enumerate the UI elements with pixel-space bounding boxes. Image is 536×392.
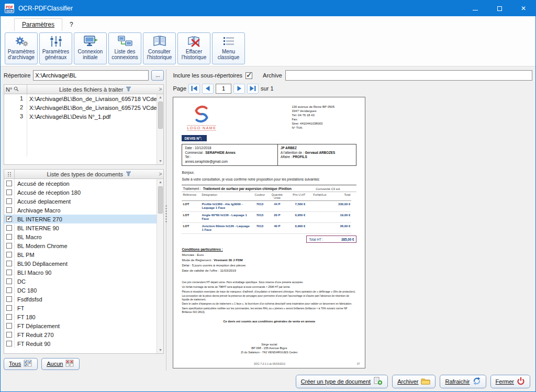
filter-icon[interactable] [126,86,131,93]
type-checkbox[interactable] [6,189,12,195]
classic-menu-button[interactable]: Menu classique [212,32,245,64]
close-icon: ✕ [521,5,526,12]
tab-parametres[interactable]: Paramètres [14,18,62,31]
file-row[interactable]: 2 X:\Archivage\BL\Bon_de_Livraison_69572… [4,103,157,112]
general-settings-button[interactable]: Paramètres généraux [39,32,72,64]
drag-grip-icon[interactable] [7,172,12,177]
type-checkbox[interactable] [6,341,12,346]
type-row[interactable]: FT [4,304,157,312]
expand-icon[interactable]: > [159,171,162,177]
first-page-button[interactable] [188,84,200,94]
type-checkbox[interactable] [6,287,12,293]
conditions-title: Conditions particulières : [182,248,356,251]
page-number-input[interactable] [216,84,231,94]
type-checkbox[interactable] [6,207,12,213]
last-page-icon [249,85,256,92]
type-row[interactable]: Archivage Macro [4,206,157,215]
monitor-icon [83,35,98,48]
scroll-down-icon[interactable]: ▼ [159,158,162,164]
last-page-button[interactable] [247,84,259,94]
type-row[interactable]: Fsdfdsfsd [4,295,157,304]
type-row[interactable]: FT Reduit 270 [4,330,157,339]
type-checkbox[interactable] [6,314,12,320]
maximize-button[interactable] [487,1,511,16]
close-button[interactable]: ✕ [511,1,535,16]
connections-list-button[interactable]: Liste des connexions [108,32,141,64]
type-row[interactable]: BL Macro [4,232,157,241]
archive-button[interactable]: Archiver [392,375,436,388]
view-history-button[interactable]: Consulter l'historique [143,32,176,64]
right-panel: Inclure les sous-répertoires Archive Pag… [169,69,533,371]
scroll-down-icon[interactable]: ▼ [159,347,162,353]
type-row[interactable]: Accusé de réception 180 [4,188,157,197]
new-document-icon [373,377,383,386]
types-list-title: Liste des types de documents [47,171,123,177]
refresh-button[interactable]: Rafraichir [440,375,486,388]
devis-title: DEVIS N°: [182,135,206,141]
files-scrollbar[interactable]: ▲ ▼ [157,94,163,164]
sliders-icon [49,35,63,48]
previous-page-button[interactable] [202,84,214,94]
archive-settings-button[interactable]: Paramètres d'archivage [5,32,38,64]
panel-splitter[interactable] [164,69,169,371]
type-row[interactable]: DC 180 [4,286,157,295]
type-row[interactable]: Accusé deplacement [4,197,157,206]
close-app-button[interactable]: Fermer [490,375,530,388]
type-checkbox[interactable] [6,234,12,240]
types-scrollbar[interactable]: ▲ ▼ [157,179,163,353]
type-checkbox[interactable] [6,216,12,222]
type-checkbox[interactable] [6,198,12,204]
type-row[interactable]: FT Reduit 90 [4,339,157,348]
type-checkbox[interactable] [6,305,12,311]
type-row[interactable]: BL90 Dépllacement [4,259,157,268]
file-row[interactable]: 3 X:\Archivage\BL\Devis N°_1.pdf [4,112,157,121]
include-subfolders-checkbox[interactable] [245,72,252,79]
repertoire-input[interactable] [33,70,149,81]
type-row[interactable]: BL INTERNE 90 [4,223,157,232]
pdf-page[interactable]: LOGO NAME 130 avenue de Reine BP 0505 33… [173,97,365,368]
type-row[interactable]: BL INTERNE 270 [4,215,157,223]
type-checkbox[interactable] [6,323,12,329]
maximize-icon [497,6,502,11]
create-document-type-button[interactable]: Créer un type de document [296,375,388,388]
uncheck-all-icon [65,360,74,368]
minimize-button[interactable] [463,1,487,16]
select-all-button[interactable]: Tous [4,358,38,370]
type-checkbox[interactable] [6,243,12,249]
search-icon[interactable] [14,86,19,93]
initial-connection-button[interactable]: Connexion initiale [74,32,107,64]
expand-icon[interactable]: > [159,86,162,92]
items-table: Traitement : Traitement de surface par a… [182,185,356,234]
type-row[interactable]: BL Modern Chrome [4,241,157,250]
scroll-up-icon[interactable]: ▲ [159,179,162,185]
scroll-up-icon[interactable]: ▲ [159,94,162,100]
splitter-grip-icon [165,205,168,222]
type-checkbox[interactable] [6,270,12,275]
tab-help[interactable]: ? [62,19,81,31]
type-checkbox[interactable] [6,225,12,231]
type-row[interactable]: BLI Macro 90 [4,268,157,277]
type-row[interactable]: FT 180 [4,312,157,321]
next-page-button[interactable] [233,84,245,94]
type-row[interactable]: FT Déplacement [4,321,157,330]
file-row[interactable]: 1 X:\Archivage\BL\Bon_de_Livraison_69571… [4,94,157,103]
type-checkbox[interactable] [6,332,12,338]
pdf-footer: Siège social BP 098 - 155 Avenue Bigos Z… [173,343,365,355]
scroll-thumb[interactable] [158,186,163,214]
filter-icon[interactable] [126,171,131,177]
archive-input[interactable] [285,70,532,81]
logo-swirl-icon [192,105,211,124]
type-row[interactable]: BL PM [4,250,157,259]
type-checkbox[interactable] [6,181,12,186]
type-checkbox[interactable] [6,296,12,302]
browse-button[interactable]: ... [151,70,164,81]
select-none-button[interactable]: Aucun [41,358,80,370]
type-row[interactable]: Accusé de réception [4,179,157,188]
empty-file-row [4,121,157,130]
type-row[interactable]: DC [4,277,157,286]
clear-history-button[interactable]: Effacer l'historique [177,32,210,64]
type-checkbox[interactable] [6,278,12,284]
scroll-thumb[interactable] [158,102,163,129]
type-checkbox[interactable] [6,252,12,257]
type-checkbox[interactable] [6,261,12,266]
